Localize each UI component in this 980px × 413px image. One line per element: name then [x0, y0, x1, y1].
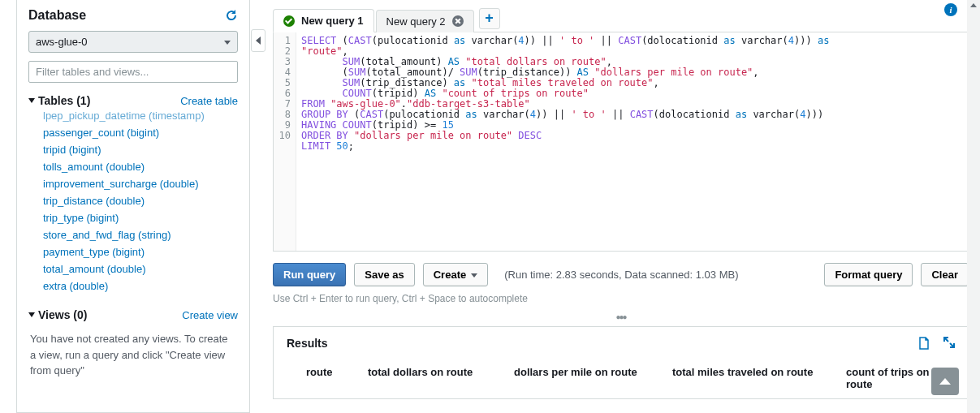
sql-editor[interactable]: 1 2 3 4 5 6 7 8 9 10 SELECT (CAST(puloca…	[273, 32, 969, 252]
download-icon[interactable]	[917, 337, 930, 350]
column-item[interactable]: improvement_surcharge (double)	[28, 175, 235, 192]
column-item[interactable]: trip_distance (double)	[28, 192, 235, 209]
run-info-text: (Run time: 2.83 seconds, Data scanned: 1…	[504, 269, 738, 281]
query-tabs: New query 1 New query 2 +	[273, 8, 969, 32]
views-empty-message: You have not created any views. To creat…	[28, 326, 238, 379]
chevron-left-icon	[256, 37, 261, 45]
query-toolbar: Run query Save as Create (Run time: 2.83…	[273, 263, 969, 286]
caret-down-icon[interactable]	[28, 312, 35, 317]
create-view-link[interactable]: Create view	[182, 309, 238, 321]
create-table-link[interactable]: Create table	[180, 95, 238, 107]
tab-label: New query 2	[386, 15, 446, 28]
tab-new-query-2[interactable]: New query 2	[376, 10, 474, 32]
refresh-icon[interactable]	[225, 9, 238, 22]
results-column-header[interactable]: total dollars on route	[368, 366, 514, 390]
sidebar-divider	[250, 0, 266, 413]
info-icon[interactable]: i	[944, 3, 957, 16]
add-tab-button[interactable]: +	[479, 8, 500, 29]
scroll-up-icon	[970, 3, 977, 7]
views-heading: Views (0)	[38, 308, 87, 321]
success-check-icon	[283, 15, 295, 27]
tab-label: New query 1	[301, 15, 364, 27]
results-column-header[interactable]: total miles traveled on route	[672, 366, 846, 390]
results-column-header[interactable]: route	[287, 366, 368, 390]
database-selected-value: aws-glue-0	[36, 36, 88, 48]
close-tab-icon[interactable]	[452, 15, 464, 27]
tab-new-query-1[interactable]: New query 1	[273, 9, 374, 32]
page-scrollbar[interactable]	[967, 0, 980, 413]
database-select[interactable]: aws-glue-0	[28, 31, 238, 53]
database-sidebar: Database aws-glue-0 Tables (1) Create ta…	[16, 0, 250, 413]
results-column-header[interactable]: dollars per mile on route	[514, 366, 672, 390]
results-table-header: route total dollars on route dollars per…	[287, 361, 955, 398]
column-item[interactable]: tolls_amount (double)	[28, 158, 235, 175]
save-as-button[interactable]: Save as	[354, 263, 414, 286]
column-item[interactable]: payment_type (bigint)	[28, 243, 235, 260]
column-item[interactable]: total_amount (double)	[28, 260, 235, 277]
back-to-top-button[interactable]	[931, 368, 959, 395]
column-item[interactable]: trip_type (bigint)	[28, 209, 235, 226]
editor-code[interactable]: SELECT (CAST(pulocationid as varchar(4))…	[296, 32, 968, 251]
results-panel: Results route total dollars on route dol…	[273, 326, 969, 399]
results-heading: Results	[287, 337, 328, 350]
editor-hint: Use Ctrl + Enter to run query, Ctrl + Sp…	[273, 293, 969, 304]
create-dropdown-button[interactable]: Create	[423, 263, 488, 286]
chevron-up-icon	[939, 378, 951, 385]
tables-heading: Tables (1)	[38, 94, 90, 107]
resize-handle[interactable]: ●●●	[273, 312, 969, 321]
caret-down-icon[interactable]	[28, 98, 35, 103]
run-query-button[interactable]: Run query	[273, 263, 346, 286]
filter-tables-input[interactable]	[28, 61, 238, 83]
column-item[interactable]: lpep_pickup_datetime (timestamp)	[28, 112, 235, 124]
column-item[interactable]: tip_amount (double)	[28, 295, 235, 297]
main-panel: i New query 1 New query 2 + 1 2 3 4 5 6 …	[266, 0, 980, 413]
collapse-sidebar-button[interactable]	[251, 29, 266, 52]
column-item[interactable]: extra (double)	[28, 277, 235, 295]
column-item[interactable]: passenger_count (bigint)	[28, 124, 235, 141]
column-item[interactable]: tripid (bigint)	[28, 141, 235, 158]
clear-button[interactable]: Clear	[921, 263, 969, 286]
columns-list[interactable]: lpep_pickup_datetime (timestamp) passeng…	[28, 112, 238, 297]
editor-gutter: 1 2 3 4 5 6 7 8 9 10	[274, 32, 296, 251]
expand-icon[interactable]	[943, 337, 955, 350]
column-item[interactable]: store_and_fwd_flag (string)	[28, 226, 235, 243]
database-heading: Database	[28, 8, 86, 23]
format-query-button[interactable]: Format query	[824, 263, 913, 286]
